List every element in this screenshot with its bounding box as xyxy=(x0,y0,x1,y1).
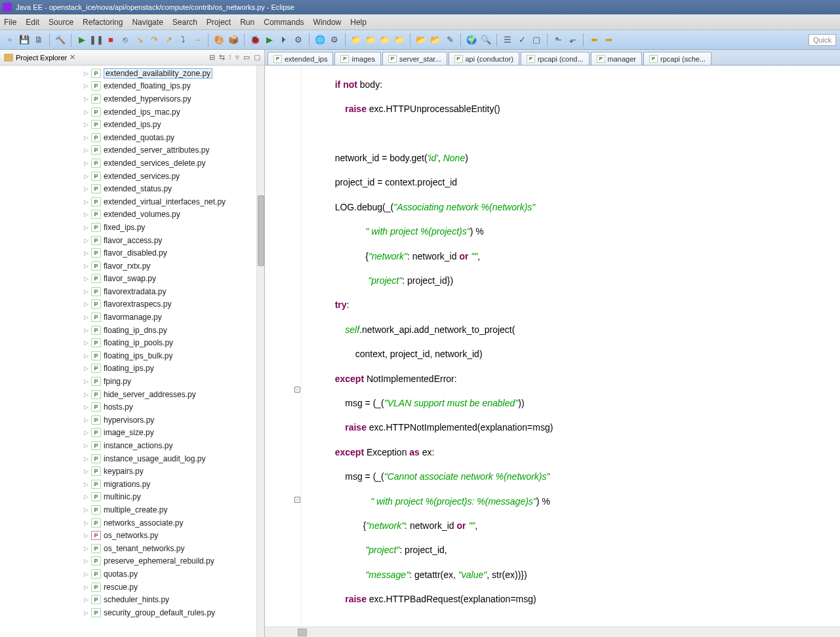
search-icon[interactable]: 🔍 xyxy=(480,34,492,46)
tree-item-multiple_create-py[interactable]: ▷Pmultiple_create.py xyxy=(0,503,256,516)
expand-icon[interactable]: ▷ xyxy=(84,109,89,115)
save-icon[interactable]: 💾 xyxy=(18,34,30,46)
expand-icon[interactable]: ▷ xyxy=(84,314,89,320)
expand-icon[interactable]: ▷ xyxy=(84,365,89,372)
expand-icon[interactable]: ▷ xyxy=(84,442,89,449)
task-icon[interactable]: ✓ xyxy=(516,34,528,46)
tree-item-rescue-py[interactable]: ▷Prescue.py xyxy=(0,581,256,594)
tree-item-multinic-py[interactable]: ▷Pmultinic.py xyxy=(0,491,256,504)
expand-icon[interactable]: ▷ xyxy=(84,532,89,539)
tree-item-scheduler_hints-py[interactable]: ▷Pscheduler_hints.py xyxy=(0,593,256,606)
hscroll-thumb[interactable] xyxy=(298,628,307,636)
step-filter-icon[interactable]: → xyxy=(191,34,203,46)
filter-icon[interactable]: ⁝ xyxy=(229,53,231,62)
expand-icon[interactable]: ▷ xyxy=(84,353,89,359)
prev-edit-icon[interactable]: ⬑ xyxy=(552,34,564,46)
debug-icon[interactable]: 🐞 xyxy=(249,34,261,46)
editor-tab-3[interactable]: Papi (conductor) xyxy=(449,52,519,65)
tree-item-extended_hypervisors-py[interactable]: ▷Pextended_hypervisors.py xyxy=(0,92,256,106)
tree-item-extended_ips_mac-py[interactable]: ▷Pextended_ips_mac.py xyxy=(0,106,256,119)
tree-item-fixed_ips-py[interactable]: ▷Pfixed_ips.py xyxy=(0,221,256,234)
expand-icon[interactable]: ▷ xyxy=(84,507,89,513)
gutter[interactable]: − − xyxy=(265,66,302,627)
expand-icon[interactable]: ▷ xyxy=(84,70,89,77)
minimize-icon[interactable]: ▭ xyxy=(243,53,250,62)
nav2-icon[interactable]: 📂 xyxy=(430,34,441,46)
folder4-icon[interactable]: 📁 xyxy=(393,34,405,46)
nav1-icon[interactable]: 📂 xyxy=(415,34,427,46)
expand-icon[interactable]: ▷ xyxy=(84,520,89,526)
tree-item-extended_services_delete-py[interactable]: ▷Pextended_services_delete.py xyxy=(0,157,256,170)
maximize-icon[interactable]: ▢ xyxy=(254,53,260,62)
expand-icon[interactable]: ▷ xyxy=(84,160,89,166)
palette-icon[interactable]: 🎨 xyxy=(213,34,225,46)
tree-item-migrations-py[interactable]: ▷Pmigrations.py xyxy=(0,478,256,491)
expand-icon[interactable]: ▷ xyxy=(84,571,89,577)
tree-item-hypervisors-py[interactable]: ▷Phypervisors.py xyxy=(0,414,256,427)
tree-item-os_networks-py[interactable]: ▷Pos_networks.py xyxy=(0,529,256,542)
tree-item-flavorextraspecs-py[interactable]: ▷Pflavorextraspecs.py xyxy=(0,298,256,311)
tree-item-keypairs-py[interactable]: ▷Pkeypairs.py xyxy=(0,465,256,478)
tree-item-fping-py[interactable]: ▷Pfping.py xyxy=(0,375,256,388)
run-last-icon[interactable]: 🞂 xyxy=(278,34,290,46)
tree-item-os_tenant_networks-py[interactable]: ▷Pos_tenant_networks.py xyxy=(0,542,256,555)
tree-item-preserve_ephemeral_rebuild-py[interactable]: ▷Ppreserve_ephemeral_rebuild.py xyxy=(0,555,256,568)
disconnect-icon[interactable]: ⎋ xyxy=(119,34,131,46)
step-into-icon[interactable]: ↘ xyxy=(134,34,146,46)
expand-icon[interactable]: ▷ xyxy=(84,173,89,180)
step-return-icon[interactable]: ↗ xyxy=(163,34,174,46)
vertical-scrollbar[interactable] xyxy=(256,66,264,637)
expand-icon[interactable]: ▷ xyxy=(84,378,89,385)
tree-item-flavor_swap-py[interactable]: ▷Pflavor_swap.py xyxy=(0,273,256,286)
tree-item-floating_ips_bulk-py[interactable]: ▷Pfloating_ips_bulk.py xyxy=(0,349,256,362)
menu-file[interactable]: File xyxy=(4,18,16,27)
tree-item-flavorextradata-py[interactable]: ▷Pflavorextradata.py xyxy=(0,285,256,298)
expand-icon[interactable]: ▷ xyxy=(84,147,89,153)
package-icon[interactable]: 📦 xyxy=(228,34,239,46)
tree-item-extended_floating_ips-py[interactable]: ▷Pextended_floating_ips.py xyxy=(0,80,256,93)
expand-icon[interactable]: ▷ xyxy=(84,481,89,488)
back-icon[interactable]: ⬅ xyxy=(588,34,600,46)
editor-tab-5[interactable]: Pmanager xyxy=(591,52,642,65)
tree-item-quotas-py[interactable]: ▷Pquotas.py xyxy=(0,568,256,581)
expand-icon[interactable]: ▷ xyxy=(84,429,89,436)
tree-item-hide_server_addresses-py[interactable]: ▷Phide_server_addresses.py xyxy=(0,388,256,401)
folder2-icon[interactable]: 📁 xyxy=(365,34,376,46)
tree-item-instance_actions-py[interactable]: ▷Pinstance_actions.py xyxy=(0,439,256,452)
tree-item-floating_ip_pools-py[interactable]: ▷Pfloating_ip_pools.py xyxy=(0,336,256,349)
sync-icon[interactable]: ⚙ xyxy=(329,34,340,46)
tree-item-floating_ips-py[interactable]: ▷Pfloating_ips.py xyxy=(0,362,256,376)
editor-tab-1[interactable]: Pimages xyxy=(334,52,380,65)
nav3-icon[interactable]: ✎ xyxy=(444,34,456,46)
tree-item-extended_volumes-py[interactable]: ▷Pextended_volumes.py xyxy=(0,208,256,222)
expand-icon[interactable]: ▷ xyxy=(84,455,89,462)
menu-window[interactable]: Window xyxy=(313,18,342,27)
expand-icon[interactable]: ▷ xyxy=(84,185,89,192)
tree-item-flavor_rxtx-py[interactable]: ▷Pflavor_rxtx.py xyxy=(0,260,256,273)
expand-icon[interactable]: ▷ xyxy=(84,558,89,564)
code-editor[interactable]: if not body: raise exc.HTTPUnprocessable… xyxy=(302,66,840,627)
editor-tab-2[interactable]: Pserver_star... xyxy=(382,52,447,65)
expand-icon[interactable]: ▷ xyxy=(84,224,89,231)
external-icon[interactable]: ⚙ xyxy=(292,34,304,46)
tree-item-hosts-py[interactable]: ▷Phosts.py xyxy=(0,400,256,414)
drop-frame-icon[interactable]: ⤵ xyxy=(177,34,189,46)
expand-icon[interactable]: ▷ xyxy=(84,596,89,603)
expand-icon[interactable]: ▷ xyxy=(84,250,89,256)
scrollbar-thumb[interactable] xyxy=(258,195,264,266)
menu-navigate[interactable]: Navigate xyxy=(132,18,163,27)
close-icon[interactable]: ✕ xyxy=(70,53,75,62)
collapse-all-icon[interactable]: ⊟ xyxy=(209,53,215,62)
expand-icon[interactable]: ▷ xyxy=(84,468,89,474)
expand-icon[interactable]: ▷ xyxy=(84,327,89,334)
folder3-icon[interactable]: 📁 xyxy=(379,34,391,46)
build-icon[interactable]: 🔨 xyxy=(54,34,66,46)
menu-help[interactable]: Help xyxy=(350,18,367,27)
forward-icon[interactable]: ➡ xyxy=(603,34,614,46)
editor-tab-0[interactable]: Pextended_ips xyxy=(268,52,333,65)
editor-tab-6[interactable]: Prpcapi (sche... xyxy=(643,52,711,65)
expand-icon[interactable]: ▷ xyxy=(84,275,89,282)
tree-item-security_group_default_rules-py[interactable]: ▷Psecurity_group_default_rules.py xyxy=(0,606,256,619)
expand-icon[interactable]: ▷ xyxy=(84,263,89,269)
tree-item-extended_quotas-py[interactable]: ▷Pextended_quotas.py xyxy=(0,131,256,144)
